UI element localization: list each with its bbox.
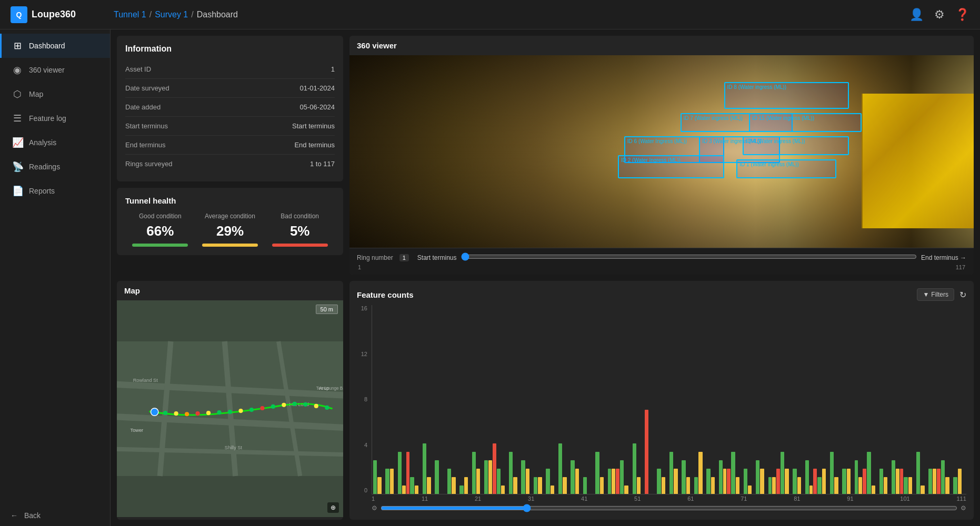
bar-green-20 (620, 460, 624, 494)
breadcrumb-tunnel[interactable]: Tunnel 1 (114, 10, 146, 19)
tunnel-health-card: Tunnel health Good condition 66% Average… (117, 188, 343, 255)
feature-counts-title: Feature counts (357, 290, 414, 299)
bar-green-24 (669, 452, 673, 494)
breadcrumb-survey[interactable]: Survey 1 (155, 10, 188, 19)
x-label-11: 11 (422, 495, 428, 502)
bar-group-40 (867, 307, 878, 494)
info-row-startterm: Start terminus Start terminus (125, 117, 335, 136)
info-row-datesurveyed: Date surveyed 01-01-2024 (125, 79, 335, 98)
sidebar-item-featurelog[interactable]: ☰ Feature log (0, 106, 110, 130)
bar-red-9 (493, 443, 496, 494)
main-layout: ⊞ Dashboard ◉ 360 viewer ⬡ Map ☰ Feature… (0, 29, 980, 526)
health-bar-avg (202, 244, 258, 247)
bar-green-44 (916, 452, 920, 494)
detection-id1: ID 1 (Water ingress (ML)) (736, 159, 836, 179)
info-value-datesurveyed: 01-01-2024 (300, 84, 335, 92)
bar-red-2 (406, 452, 410, 494)
breadcrumb-sep1: / (149, 10, 152, 19)
reports-icon: 📄 (12, 185, 23, 197)
bar-yellow-16 (575, 469, 579, 494)
sidebar-item-reports[interactable]: 📄 Reports (0, 179, 110, 203)
logo: Q Loupe360 (11, 6, 105, 23)
account-icon[interactable]: 👤 (909, 8, 924, 22)
bar-yellow-14 (551, 485, 554, 494)
bar-green-33 (781, 452, 784, 494)
bar-yellow-31 (760, 469, 764, 494)
breadcrumb-sep2: / (191, 10, 193, 19)
y-label-8: 8 (357, 396, 367, 402)
detection-id15: ID 15 (Water ingress (ML)) (749, 113, 861, 133)
bar-yellow-24 (674, 469, 677, 494)
analysis-icon: 📈 (12, 137, 23, 148)
health-label-good: Good condition (125, 213, 195, 220)
bar-yellow-32 (772, 477, 776, 494)
bar-yellow-11 (513, 477, 517, 494)
bar-group-22 (645, 307, 656, 494)
bar-group-43 (904, 307, 915, 494)
sidebar-label-readings: Readings (29, 163, 60, 171)
refresh-button[interactable]: ↻ (959, 290, 966, 300)
bar-green-29 (731, 452, 735, 494)
filters-button[interactable]: ▼ Filters (917, 288, 954, 301)
bar-green-3 (410, 477, 414, 494)
bar-red-32 (776, 469, 780, 494)
info-value-endterm: End terminus (294, 141, 335, 149)
bar-green-4 (423, 443, 426, 494)
bar-yellow-1 (390, 469, 394, 494)
bar-group-10 (497, 307, 508, 494)
bar-yellow-27 (711, 477, 715, 494)
bar-group-4 (423, 307, 434, 494)
x-label-21: 21 (475, 495, 481, 502)
sidebar-item-readings[interactable]: 📡 Readings (0, 155, 110, 179)
bar-yellow-39 (858, 477, 862, 494)
x-label-51: 51 (634, 495, 641, 502)
sidebar-item-analysis[interactable]: 📈 Analysis (0, 130, 110, 155)
svg-point-17 (228, 410, 232, 414)
x-label-41: 41 (581, 495, 587, 502)
bar-green-26 (694, 477, 698, 494)
feature-counts-card: Feature counts ▼ Filters ↻ 0 4 8 12 16 (349, 281, 974, 520)
bar-group-15 (558, 307, 570, 494)
chart-slider[interactable] (381, 504, 957, 512)
sidebar-item-360viewer[interactable]: ◉ 360 viewer (0, 58, 110, 82)
bar-yellow-7 (464, 477, 468, 494)
bar-yellow-0 (377, 477, 381, 494)
bar-yellow-47 (958, 469, 962, 494)
map-controls-btn[interactable]: ⊕ (327, 502, 339, 513)
map-card: Map Rowland St Hut Lond Ten Lounge (117, 281, 343, 520)
bar-yellow-12 (526, 469, 529, 494)
bar-green-9 (484, 460, 488, 494)
sidebar-label-back: Back (24, 511, 41, 520)
info-row-endterm: End terminus End terminus (125, 136, 335, 155)
bar-group-44 (916, 307, 928, 494)
svg-point-13 (185, 412, 189, 416)
y-label-12: 12 (357, 351, 367, 357)
bar-red-19 (616, 469, 619, 494)
settings-icon[interactable]: ⚙ (934, 8, 945, 22)
logo-icon: Q (11, 6, 27, 23)
health-bar-good (132, 244, 188, 247)
bar-green-7 (459, 485, 463, 494)
bar-green-46 (941, 460, 945, 494)
bar-group-32 (768, 307, 780, 494)
bar-green-18 (595, 452, 599, 494)
bar-yellow-23 (662, 477, 665, 494)
map-content[interactable]: Rowland St Hut Lond Ten Lounge Bar (117, 300, 343, 517)
help-icon[interactable]: ❓ (955, 8, 969, 22)
bar-group-14 (546, 307, 557, 494)
y-label-16: 16 (357, 305, 367, 311)
health-metric-good: Good condition 66% (125, 213, 195, 247)
filter-icon: ▼ (923, 291, 929, 298)
bar-group-8 (472, 307, 484, 494)
sidebar-item-dashboard[interactable]: ⊞ Dashboard (0, 34, 110, 58)
bar-group-42 (892, 307, 903, 494)
sidebar-item-map[interactable]: ⬡ Map (0, 82, 110, 106)
viewer-card: 360 viewer ID 8 (Water ingress (ML)) ID … (349, 36, 974, 275)
ring-slider[interactable] (461, 252, 917, 261)
bar-green-36 (817, 477, 821, 494)
bar-yellow-26 (698, 452, 702, 494)
bar-green-13 (534, 477, 537, 494)
x-label-91: 91 (847, 495, 853, 502)
sidebar-back[interactable]: ← Back (0, 505, 110, 526)
bar-green-32 (768, 477, 772, 494)
